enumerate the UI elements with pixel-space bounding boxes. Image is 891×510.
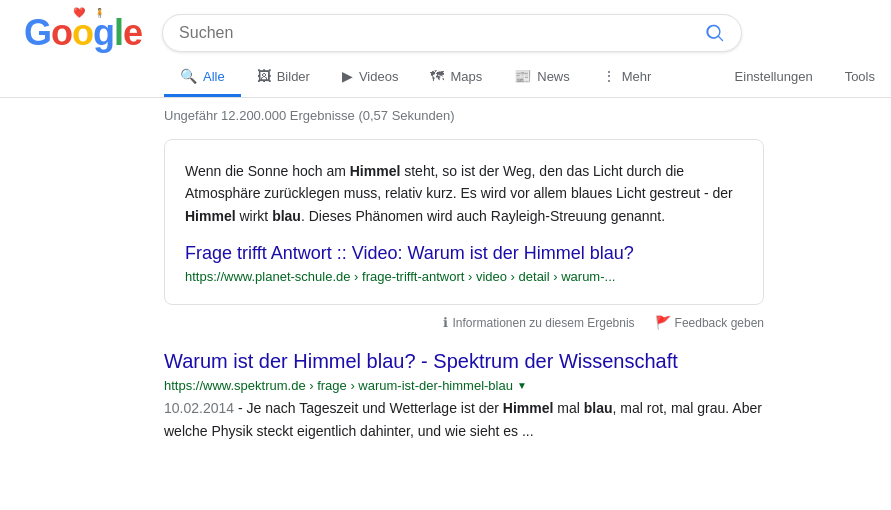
tab-alle-label: Alle: [203, 69, 225, 84]
search-tab-icon: 🔍: [180, 68, 197, 84]
search-button[interactable]: [705, 23, 725, 43]
tab-maps[interactable]: 🗺 Maps: [414, 58, 498, 97]
snippet-body: Wenn die Sonne hoch am Himmel steht, so …: [185, 160, 743, 227]
logo-letter-e: e: [123, 12, 142, 53]
result-1-url: https://www.spektrum.de › frage › warum-…: [164, 378, 513, 393]
result-1-title[interactable]: Warum ist der Himmel blau? - Spektrum de…: [164, 348, 764, 374]
tools-link[interactable]: Tools: [829, 59, 891, 97]
featured-snippet: Wenn die Sonne hoch am Himmel steht, so …: [164, 139, 764, 305]
snippet-link-title[interactable]: Frage trifft Antwort :: Video: Warum ist…: [185, 243, 743, 264]
results-count: Ungefähr 12.200.000 Ergebnisse (0,57 Sek…: [164, 108, 867, 123]
tab-mehr[interactable]: ⋮ Mehr: [586, 58, 668, 97]
logo-letter-o2: o❤️: [72, 12, 93, 53]
video-tab-icon: ▶: [342, 68, 353, 84]
result-1-dropdown-icon[interactable]: ▼: [517, 380, 527, 391]
logo-letter-g2: g🧍: [93, 12, 114, 53]
result-1-date: 10.02.2014: [164, 400, 234, 416]
search-icon: [705, 23, 725, 43]
tab-mehr-label: Mehr: [622, 69, 652, 84]
nav-tabs: 🔍 Alle 🖼 Bilder ▶ Videos 🗺 Maps 📰 News ⋮…: [0, 58, 891, 98]
snippet-feedback-row: ℹ Informationen zu diesem Ergebnis 🚩 Fee…: [164, 315, 764, 330]
tab-alle[interactable]: 🔍 Alle: [164, 58, 241, 97]
tab-news-label: News: [537, 69, 570, 84]
logo-letter-g: G: [24, 12, 51, 53]
tools-label: Tools: [845, 69, 875, 84]
settings-label: Einstellungen: [735, 69, 813, 84]
search-bar-wrapper: Warum ist der Himmel blau?: [162, 14, 742, 52]
results-area: Ungefähr 12.200.000 Ergebnisse (0,57 Sek…: [0, 98, 891, 462]
tab-videos-label: Videos: [359, 69, 399, 84]
image-tab-icon: 🖼: [257, 68, 271, 84]
tab-maps-label: Maps: [450, 69, 482, 84]
logo: Goo❤️g🧍le: [24, 15, 142, 51]
tab-news[interactable]: 📰 News: [498, 58, 586, 97]
feedback-info-btn[interactable]: ℹ Informationen zu diesem Ergebnis: [443, 315, 634, 330]
feedback-info-label: Informationen zu diesem Ergebnis: [452, 316, 634, 330]
snippet-url: https://www.planet-schule.de › frage-tri…: [185, 269, 615, 284]
google-logo: Goo❤️g🧍le: [24, 15, 142, 51]
feedback-give-label: Feedback geben: [675, 316, 764, 330]
result-1-url-line: https://www.spektrum.de › frage › warum-…: [164, 378, 764, 393]
logo-letter-o1: o: [51, 12, 72, 53]
tab-videos[interactable]: ▶ Videos: [326, 58, 415, 97]
tab-bilder[interactable]: 🖼 Bilder: [241, 58, 326, 97]
feedback-give-btn[interactable]: 🚩 Feedback geben: [655, 315, 764, 330]
search-result-1: Warum ist der Himmel blau? - Spektrum de…: [164, 348, 764, 442]
search-input[interactable]: Warum ist der Himmel blau?: [179, 24, 705, 42]
search-bar: Warum ist der Himmel blau?: [162, 14, 742, 52]
news-tab-icon: 📰: [514, 68, 531, 84]
maps-tab-icon: 🗺: [430, 68, 444, 84]
feedback-icon: 🚩: [655, 315, 671, 330]
settings-link[interactable]: Einstellungen: [719, 59, 829, 97]
tab-bilder-label: Bilder: [277, 69, 310, 84]
logo-letter-l: l: [114, 12, 123, 53]
header: Goo❤️g🧍le Warum ist der Himmel blau?: [0, 0, 891, 52]
result-1-snippet: 10.02.2014 - Je nach Tageszeit und Wette…: [164, 397, 764, 442]
info-circle-icon: ℹ: [443, 315, 448, 330]
mehr-tab-icon: ⋮: [602, 68, 616, 84]
